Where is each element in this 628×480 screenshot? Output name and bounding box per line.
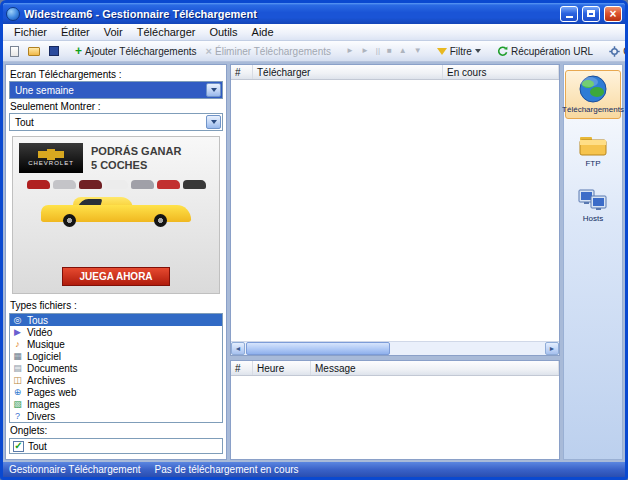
close-button[interactable]: × bbox=[604, 6, 622, 22]
archive-icon: ◫ bbox=[12, 376, 23, 385]
save-disk-icon bbox=[49, 46, 59, 56]
web-page-icon: ⊕ bbox=[12, 388, 23, 397]
remove-icon: × bbox=[206, 46, 212, 57]
maximize-button[interactable] bbox=[582, 6, 600, 22]
scroll-left-button[interactable]: ◄ bbox=[231, 342, 245, 355]
car-thumbnail bbox=[131, 180, 154, 189]
app-icon bbox=[6, 7, 20, 21]
car-thumbnail bbox=[183, 180, 206, 189]
close-icon: × bbox=[609, 8, 616, 20]
file-type-label: Musique bbox=[27, 339, 65, 350]
file-type-divers[interactable]: ? Divers bbox=[10, 410, 222, 422]
scrollbar-track[interactable] bbox=[245, 342, 545, 355]
sidebar-item-label: FTP bbox=[585, 160, 600, 169]
add-downloads-button[interactable]: + Ajouter Téléchargements bbox=[72, 44, 200, 58]
chevron-down-icon bbox=[475, 49, 481, 53]
left-sidebar: Ecran Téléchargements : Une semaine Seul… bbox=[5, 64, 227, 460]
screen-downloads-label: Ecran Téléchargements : bbox=[9, 67, 223, 81]
move-down-button[interactable]: ▼ bbox=[412, 47, 424, 55]
titlebar[interactable]: Widestream6 - Gestionnaire Téléchargemen… bbox=[3, 3, 625, 24]
file-type-tous[interactable]: ◎ Tous bbox=[10, 314, 222, 326]
file-type-label: Tous bbox=[27, 315, 48, 326]
minimize-button[interactable] bbox=[560, 6, 578, 22]
scroll-right-button[interactable]: ► bbox=[545, 342, 559, 355]
statusbar-status-section: Pas de téléchargement en cours bbox=[155, 464, 299, 475]
menu-editer[interactable]: Éditer bbox=[54, 25, 97, 39]
sidebar-item-ftp[interactable]: FTP bbox=[565, 131, 621, 172]
file-type-pages-web[interactable]: ⊕ Pages web bbox=[10, 386, 222, 398]
ad-headline: PODRÁS GANAR 5 COCHES bbox=[91, 144, 181, 173]
downloads-table-header: # Télécharger En cours bbox=[231, 65, 559, 80]
maximize-icon bbox=[587, 10, 595, 17]
options-button[interactable]: Options bbox=[606, 45, 628, 58]
all-files-icon: ◎ bbox=[12, 316, 23, 325]
downloads-table-body[interactable] bbox=[231, 80, 559, 341]
file-type-label: Pages web bbox=[27, 387, 76, 398]
resume-button[interactable]: ► bbox=[359, 47, 371, 55]
column-header-number[interactable]: # bbox=[231, 361, 253, 375]
menubar: Fichier Éditer Voir Télécharger Outils A… bbox=[3, 24, 625, 41]
file-type-images[interactable]: ▧ Images bbox=[10, 398, 222, 410]
screen-downloads-select[interactable]: Une semaine bbox=[9, 81, 223, 99]
music-icon: ♪ bbox=[12, 340, 23, 349]
dropdown-button[interactable] bbox=[206, 115, 221, 129]
tabs-filter-row[interactable]: ✓ Tout bbox=[9, 438, 223, 454]
ad-cta-button[interactable]: JUEGA AHORA bbox=[62, 267, 169, 286]
add-downloads-label: Ajouter Téléchargements bbox=[85, 46, 197, 57]
stop-button[interactable]: ■ bbox=[385, 47, 394, 55]
menu-aide[interactable]: Aide bbox=[245, 25, 281, 39]
file-type-video[interactable]: ▶ Vidéo bbox=[10, 326, 222, 338]
column-header-time[interactable]: Heure bbox=[253, 361, 311, 375]
refresh-icon bbox=[497, 46, 508, 57]
horizontal-scrollbar[interactable]: ◄ ► bbox=[231, 341, 559, 355]
file-type-logiciel[interactable]: ▦ Logiciel bbox=[10, 350, 222, 362]
remove-downloads-button[interactable]: × Éliminer Téléchargements bbox=[203, 45, 334, 58]
tab-all-checkbox[interactable]: ✓ bbox=[13, 441, 24, 452]
column-header-number[interactable]: # bbox=[231, 65, 253, 79]
column-header-download[interactable]: Télécharger bbox=[253, 65, 443, 79]
tabs-label: Onglets: bbox=[9, 423, 223, 437]
file-type-musique[interactable]: ♪ Musique bbox=[10, 338, 222, 350]
chevron-down-icon bbox=[211, 120, 217, 124]
downloads-globe-icon bbox=[578, 74, 608, 104]
window-title: Widestream6 - Gestionnaire Téléchargemen… bbox=[24, 8, 556, 20]
file-type-label: Divers bbox=[27, 411, 55, 422]
car-wheel bbox=[154, 214, 167, 227]
ad-headline-line2: 5 COCHES bbox=[91, 158, 181, 172]
image-icon: ▧ bbox=[12, 400, 23, 409]
sidebar-item-hosts[interactable]: Hosts bbox=[565, 184, 621, 227]
messages-table-body[interactable] bbox=[231, 376, 559, 459]
ad-banner[interactable]: CHEVROLET PODRÁS GANAR 5 COCHES bbox=[12, 136, 220, 294]
only-show-value: Tout bbox=[13, 116, 206, 129]
menu-voir[interactable]: Voir bbox=[97, 25, 130, 39]
content-area: Ecran Téléchargements : Une semaine Seul… bbox=[3, 62, 625, 462]
url-recovery-label: Récupération URL bbox=[511, 46, 593, 57]
car-thumbnail bbox=[79, 180, 102, 189]
start-button[interactable]: ► bbox=[344, 47, 356, 55]
scrollbar-thumb[interactable] bbox=[246, 342, 390, 355]
file-type-label: Vidéo bbox=[27, 327, 52, 338]
filter-button[interactable]: Filtre bbox=[434, 45, 484, 58]
chevrolet-brand-label: CHEVROLET bbox=[28, 160, 74, 166]
move-up-button[interactable]: ▲ bbox=[397, 47, 409, 55]
only-show-select[interactable]: Tout bbox=[9, 113, 223, 131]
file-type-archives[interactable]: ◫ Archives bbox=[10, 374, 222, 386]
save-button[interactable] bbox=[46, 45, 62, 57]
menu-fichier[interactable]: Fichier bbox=[7, 25, 54, 39]
sidebar-item-telechargements[interactable]: Téléchargements bbox=[565, 70, 621, 119]
url-recovery-button[interactable]: Récupération URL bbox=[494, 45, 596, 58]
pause-button[interactable]: || bbox=[374, 47, 382, 55]
column-header-message[interactable]: Message bbox=[311, 361, 559, 375]
column-header-progress[interactable]: En cours bbox=[443, 65, 559, 79]
chevrolet-logo: CHEVROLET bbox=[19, 143, 83, 173]
statusbar: Gestionnaire Téléchargement Pas de téléc… bbox=[3, 462, 625, 477]
menu-outils[interactable]: Outils bbox=[202, 25, 244, 39]
menu-telecharger[interactable]: Télécharger bbox=[130, 25, 203, 39]
open-button[interactable] bbox=[25, 46, 43, 57]
new-button[interactable] bbox=[7, 45, 22, 58]
gear-icon bbox=[609, 46, 620, 57]
dropdown-button[interactable] bbox=[206, 83, 221, 97]
messages-panel: # Heure Message bbox=[230, 360, 560, 460]
file-type-documents[interactable]: ▤ Documents bbox=[10, 362, 222, 374]
ad-car-thumbnails bbox=[19, 180, 213, 189]
